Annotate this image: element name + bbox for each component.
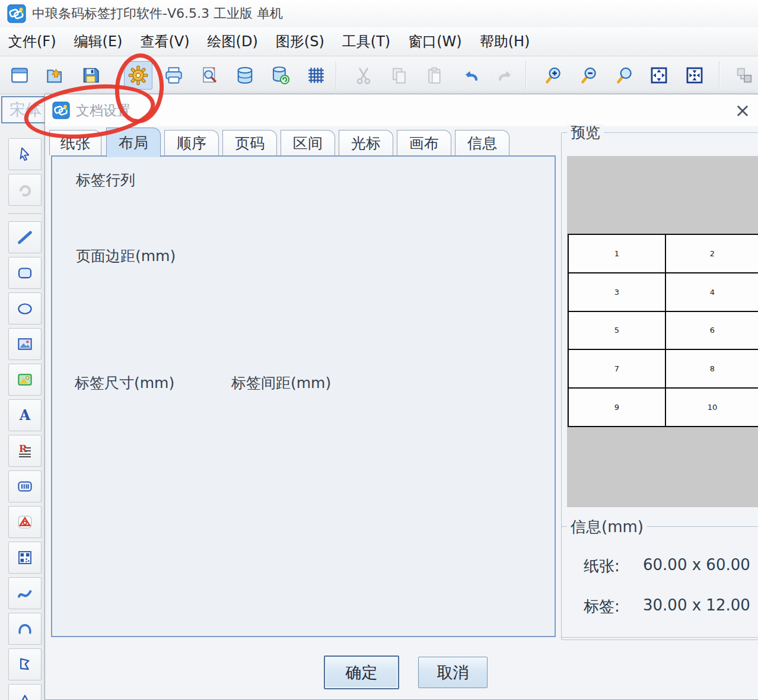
zoom-icon (614, 65, 635, 85)
toolbar-grid[interactable] (302, 61, 330, 90)
open-file-icon (45, 65, 65, 85)
tool-triangle[interactable] (8, 684, 42, 700)
ok-button[interactable]: 确定 (324, 656, 399, 689)
menu-edit[interactable]: 编辑(E) (74, 32, 123, 51)
copy-icon (389, 65, 409, 85)
database-icon (235, 65, 255, 85)
group-page-margin-title: 页面边距(mm) (72, 248, 179, 265)
app-logo-icon (7, 4, 26, 23)
print-preview-icon (199, 65, 219, 85)
toolbar-print[interactable] (160, 61, 188, 90)
toolbar-database-refresh[interactable] (266, 61, 295, 90)
info-label-value: 30.00 x 12.00 (643, 596, 750, 614)
menu-shape[interactable]: 图形(S) (276, 32, 324, 51)
tab-order[interactable]: 顺序 (164, 130, 219, 155)
triangle-icon (16, 691, 34, 700)
tool-image[interactable] (8, 328, 42, 360)
menu-draw[interactable]: 绘图(D) (208, 32, 258, 51)
tool-logo-shape[interactable] (8, 506, 42, 538)
toolbar-undo[interactable] (456, 61, 485, 90)
dialog-close-button[interactable]: × (732, 99, 753, 122)
menu-bar: 文件(F) 编辑(E) 查看(V) 绘图(D) 图形(S) 工具(T) 窗口(W… (0, 27, 758, 56)
toolbar-group-objects[interactable] (730, 61, 758, 90)
preview-cell: 2 (666, 235, 758, 272)
tool-select[interactable] (8, 138, 42, 170)
menu-help[interactable]: 帮助(H) (480, 32, 530, 51)
toolbar-document-settings[interactable] (124, 61, 152, 90)
tab-cursor[interactable]: 光标 (339, 130, 393, 155)
toolbar-print-preview[interactable] (195, 61, 224, 90)
toolbar-open-file[interactable] (41, 61, 69, 90)
tool-curve[interactable] (8, 577, 42, 609)
preview-cell: 9 (569, 389, 665, 426)
svg-text:A: A (19, 407, 31, 424)
toolbar-cut[interactable] (349, 61, 378, 90)
layout-tab-panel (51, 155, 556, 637)
undo-icon (460, 65, 480, 85)
rounded-rect-icon (16, 264, 34, 282)
toolbar-separator (336, 61, 336, 90)
toolbar-database[interactable] (231, 61, 259, 90)
tab-info[interactable]: 信息 (455, 130, 509, 155)
menu-file[interactable]: 文件(F) (8, 32, 56, 51)
new-document-icon (9, 65, 30, 85)
window-titlebar: 中琅条码标签打印软件-V6.5.3 工业版 单机 (0, 0, 758, 27)
toolbar-copy[interactable] (385, 61, 413, 90)
tool-polygon[interactable] (8, 648, 42, 680)
toolbar-separator (525, 61, 526, 90)
menu-tools[interactable]: 工具(T) (342, 32, 390, 51)
tool-rotate[interactable] (8, 174, 42, 206)
zoom-in-icon (543, 65, 563, 85)
tool-rich-text[interactable]: R (8, 435, 42, 467)
tool-ellipse[interactable] (8, 292, 42, 324)
group-label-spacing-title: 标签间距(mm) (228, 375, 335, 392)
tab-range[interactable]: 区间 (281, 130, 335, 155)
toolbar-fit-window[interactable] (645, 61, 673, 90)
toolbar-new-document[interactable] (5, 61, 34, 90)
polygon-icon (16, 656, 34, 673)
select-icon (16, 145, 34, 163)
toolbar-save[interactable] (77, 61, 105, 90)
tool-text[interactable]: A (8, 399, 42, 431)
preview-cell: 5 (569, 312, 665, 349)
picture-icon (16, 371, 34, 389)
line-icon (16, 228, 34, 246)
database-refresh-icon (270, 65, 291, 85)
preview-cell: 6 (666, 312, 758, 349)
toolbar-fit-center[interactable] (680, 61, 709, 90)
main-toolbar (0, 56, 758, 94)
text-icon: A (16, 406, 34, 424)
tool-barcode[interactable] (8, 470, 42, 502)
toolbar-separator (719, 61, 719, 90)
redo-icon (496, 65, 516, 85)
toolbar-paste[interactable] (421, 61, 449, 90)
toolbar-redo[interactable] (492, 61, 520, 90)
tool-line[interactable] (8, 221, 42, 253)
tab-paper[interactable]: 纸张 (49, 130, 101, 155)
tab-canvas[interactable]: 画布 (397, 130, 451, 155)
toolbar-zoom[interactable] (610, 61, 639, 90)
document-settings-gear-icon (128, 65, 149, 86)
sidebar-separator (8, 213, 42, 214)
toolbar-zoom-out[interactable] (575, 61, 603, 90)
logo-shape-icon (16, 513, 34, 531)
tool-arc[interactable] (8, 613, 42, 645)
cancel-button[interactable]: 取消 (418, 657, 488, 688)
toolbar-zoom-in[interactable] (539, 61, 568, 90)
tab-layout[interactable]: 布局 (106, 128, 161, 157)
preview-cell: 1 (569, 235, 665, 272)
tool-rounded-rect[interactable] (8, 257, 42, 289)
fit-center-icon (684, 65, 705, 85)
preview-cell: 10 (666, 389, 758, 426)
tool-qrcode[interactable] (8, 542, 42, 574)
menu-window[interactable]: 窗口(W) (408, 32, 461, 51)
tool-picture[interactable] (8, 364, 42, 396)
menu-view[interactable]: 查看(V) (140, 32, 189, 51)
curve-icon (16, 584, 34, 602)
preview-cell: 4 (666, 273, 758, 311)
drawing-tool-sidebar: A R (0, 95, 44, 700)
preview-label-grid: 1 2 3 4 5 6 7 8 9 10 (568, 234, 758, 427)
tab-page-number[interactable]: 页码 (222, 130, 277, 155)
arc-icon (16, 620, 34, 638)
document-settings-dialog: 文档设置 × 纸张 布局 顺序 页码 区间 光标 画布 信息 标签行列 行数: … (44, 94, 758, 700)
